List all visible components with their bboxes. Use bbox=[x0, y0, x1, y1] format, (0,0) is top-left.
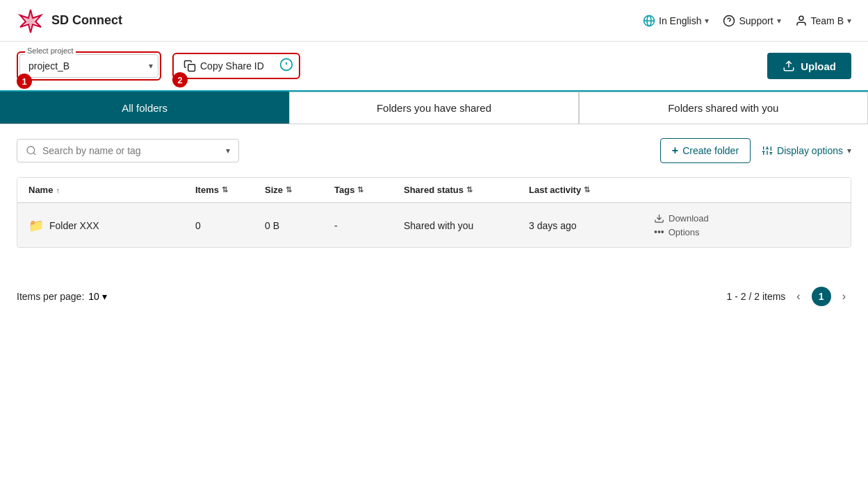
size-sort-icon[interactable]: ⇅ bbox=[286, 185, 292, 194]
language-chevron-icon: ▾ bbox=[705, 16, 709, 26]
display-options-button[interactable]: Display options ▾ bbox=[762, 145, 851, 156]
copy-share-id-wrapper: Copy Share ID 2 bbox=[172, 53, 300, 79]
globe-icon bbox=[643, 15, 655, 27]
upload-label: Upload bbox=[801, 60, 836, 72]
select-project-wrapper: Select project project_B ▾ 1 bbox=[17, 51, 161, 81]
search-input-wrapper: ▾ bbox=[17, 139, 239, 162]
shared-status-sort-icon[interactable]: ⇅ bbox=[466, 185, 473, 194]
badge-2: 2 bbox=[172, 72, 188, 87]
pagination: Items per page: 10 ▾ 1 - 2 / 2 items ‹ 1… bbox=[0, 276, 868, 317]
svg-rect-8 bbox=[188, 65, 195, 72]
download-icon bbox=[654, 213, 664, 224]
current-page-number[interactable]: 1 bbox=[812, 287, 831, 306]
display-options-chevron-icon: ▾ bbox=[847, 146, 851, 156]
plus-icon: + bbox=[672, 144, 678, 157]
table-row: 📁 Folder XXX 0 0 B - Shared with you 3 d… bbox=[17, 203, 851, 247]
display-options-label: Display options bbox=[777, 145, 843, 156]
csc-logo-icon bbox=[17, 7, 44, 35]
items-per-page-select[interactable]: 10 ▾ bbox=[88, 291, 107, 302]
create-folder-label: Create folder bbox=[682, 145, 739, 156]
support-label: Support bbox=[739, 15, 773, 26]
folder-items-cell: 0 bbox=[195, 220, 265, 231]
row-actions: Download ••• Options bbox=[654, 213, 840, 237]
search-dropdown-icon[interactable]: ▾ bbox=[226, 146, 230, 156]
last-activity-sort-icon[interactable]: ⇅ bbox=[584, 185, 590, 194]
upload-button[interactable]: Upload bbox=[767, 53, 851, 79]
app-title: SD Connect bbox=[51, 13, 122, 28]
header-right: In English ▾ Support ▾ Team B ▾ bbox=[643, 15, 851, 27]
info-icon bbox=[279, 58, 293, 72]
tags-sort-icon[interactable]: ⇅ bbox=[357, 185, 363, 194]
col-actions-header bbox=[654, 185, 840, 195]
folder-tags-cell: - bbox=[334, 220, 404, 231]
logo-area: SD Connect bbox=[17, 7, 122, 35]
next-page-button[interactable]: › bbox=[837, 287, 851, 305]
svg-line-14 bbox=[33, 153, 35, 155]
ellipsis-icon: ••• bbox=[654, 226, 664, 237]
folder-name-cell: 📁 Folder XXX bbox=[28, 218, 195, 233]
tab-shared-with-you[interactable]: Folders shared with you bbox=[579, 92, 868, 124]
support-button[interactable]: Support ▾ bbox=[723, 15, 780, 27]
folders-table: Name ↑ Items ⇅ Size ⇅ Tags ⇅ Shared stat… bbox=[17, 177, 851, 248]
search-toolbar: ▾ + Create folder Display options ▾ bbox=[17, 138, 851, 163]
header: SD Connect In English ▾ Support ▾ Team B… bbox=[0, 0, 868, 42]
team-label: Team B bbox=[811, 15, 844, 26]
folder-last-activity-cell: 3 days ago bbox=[529, 220, 654, 231]
right-actions: + Create folder Display options ▾ bbox=[660, 138, 851, 163]
search-icon bbox=[26, 145, 37, 156]
team-chevron-icon: ▾ bbox=[847, 16, 851, 26]
search-input[interactable] bbox=[42, 145, 220, 156]
folder-name[interactable]: Folder XXX bbox=[49, 220, 99, 231]
project-select[interactable]: project_B bbox=[19, 54, 158, 78]
col-last-activity-header: Last activity ⇅ bbox=[529, 185, 654, 195]
prev-page-button[interactable]: ‹ bbox=[791, 287, 805, 305]
options-label: Options bbox=[669, 227, 700, 237]
name-sort-icon[interactable]: ↑ bbox=[56, 186, 60, 194]
col-size-header: Size ⇅ bbox=[265, 185, 334, 195]
language-button[interactable]: In English ▾ bbox=[643, 15, 709, 27]
col-tags-header: Tags ⇅ bbox=[334, 185, 404, 195]
folder-icon: 📁 bbox=[28, 218, 44, 233]
page-info: 1 - 2 / 2 items ‹ 1 › bbox=[727, 287, 851, 306]
user-icon bbox=[795, 15, 808, 27]
create-folder-button[interactable]: + Create folder bbox=[660, 138, 751, 163]
sliders-icon bbox=[762, 145, 773, 156]
copy-share-id-button[interactable]: Copy Share ID bbox=[174, 54, 274, 78]
items-per-page-label: Items per page: bbox=[17, 291, 84, 302]
team-button[interactable]: Team B ▾ bbox=[795, 15, 851, 27]
table-header: Name ↑ Items ⇅ Size ⇅ Tags ⇅ Shared stat… bbox=[17, 178, 851, 203]
page-range-label: 1 - 2 / 2 items bbox=[727, 291, 786, 302]
select-project-label: Select project bbox=[25, 47, 76, 55]
language-label: In English bbox=[659, 15, 701, 26]
download-action[interactable]: Download bbox=[654, 213, 840, 224]
options-action[interactable]: ••• Options bbox=[654, 226, 840, 237]
tabs: All folders Folders you have shared Fold… bbox=[0, 92, 868, 124]
tab-shared-by-you[interactable]: Folders you have shared bbox=[289, 92, 578, 124]
copy-icon bbox=[183, 60, 196, 72]
toolbar: Select project project_B ▾ 1 Copy Share … bbox=[0, 42, 868, 92]
info-button[interactable] bbox=[279, 58, 299, 75]
svg-point-13 bbox=[27, 146, 35, 154]
items-per-page-chevron-icon: ▾ bbox=[102, 291, 107, 302]
help-circle-icon bbox=[723, 15, 735, 27]
tab-all-folders[interactable]: All folders bbox=[0, 92, 289, 124]
col-name-header: Name ↑ bbox=[28, 185, 195, 195]
support-chevron-icon: ▾ bbox=[777, 16, 781, 26]
folder-size-cell: 0 B bbox=[265, 220, 334, 231]
badge-1: 1 bbox=[17, 74, 32, 89]
folder-shared-status-cell: Shared with you bbox=[404, 220, 529, 231]
download-label: Download bbox=[669, 213, 709, 224]
items-per-page: Items per page: 10 ▾ bbox=[17, 291, 107, 302]
upload-icon bbox=[783, 60, 795, 72]
main-content: ▾ + Create folder Display options ▾ Name… bbox=[0, 124, 868, 262]
copy-share-id-label: Copy Share ID bbox=[200, 60, 264, 72]
col-items-header: Items ⇅ bbox=[195, 185, 265, 195]
svg-point-7 bbox=[799, 16, 803, 20]
items-sort-icon[interactable]: ⇅ bbox=[222, 185, 228, 194]
col-shared-status-header: Shared status ⇅ bbox=[404, 185, 529, 195]
items-per-page-value: 10 bbox=[88, 291, 99, 302]
